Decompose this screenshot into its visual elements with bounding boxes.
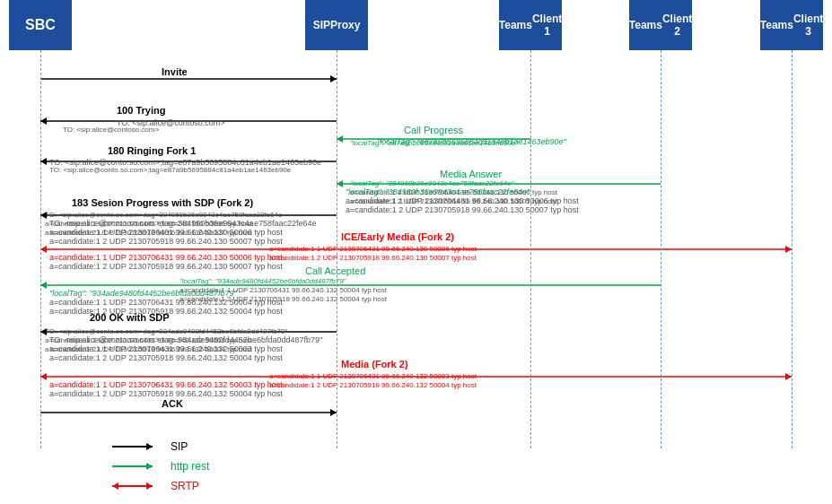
svg-text:200 OK with SDP: 200 OK with SDP (90, 312, 170, 323)
svg-text:a=candidate:1 2 UDP 2130705918: a=candidate:1 2 UDP 2130705918 99.66.240… (49, 262, 283, 271)
legend-arrow-http-legend (108, 459, 162, 474)
legend-label-sip-legend: SIP (171, 440, 188, 453)
svg-text:TO: <sip:alice@contoso.com>: TO: <sip:alice@contoso.com> (63, 126, 159, 134)
svg-text:a=candidate:1 2 UDP 2130705918: a=candidate:1 2 UDP 2130705918 99.66.240… (350, 197, 558, 205)
svg-text:a=candidate:1 1 UDP 2130706481: a=candidate:1 1 UDP 2130706481 99.66.240… (45, 220, 253, 228)
participant-teams-client-3: TeamsClient 3 (760, 0, 823, 50)
svg-text:ACK: ACK (162, 398, 183, 409)
svg-text:"localTag": "e87a9b5695884c81a: "localTag": "e87a9b5695884c81a4eb1ae1463… (350, 139, 519, 147)
svg-text:a=candidate:1 2 UDP 2130705918: a=candidate:1 2 UDP 2130705918 99.66.240… (269, 381, 477, 389)
legend-arrow-srtp-legend (108, 479, 162, 493)
svg-marker-54 (40, 328, 47, 335)
svg-marker-78 (146, 482, 153, 490)
svg-text:TO: <sip:alice@conto.so.com>;t: TO: <sip:alice@conto.so.com>;tag=934ade9… (49, 335, 322, 344)
svg-text:TO: <sip:alice@conto.so.com>;t: TO: <sip:alice@conto.so.com>;tag=e87a9b5… (49, 158, 321, 167)
legend: SIPhttp restSRTP (108, 439, 209, 493)
svg-marker-76 (146, 463, 153, 470)
svg-text:a=candidate:1 1 UDP 2130706431: a=candidate:1 1 UDP 2130706431 99.66.240… (49, 344, 283, 353)
svg-text:"localTag": "384960b36e9943c4a: "localTag": "384960b36e9943c4ae758faac22… (346, 187, 530, 196)
svg-marker-45 (40, 282, 47, 289)
svg-text:Invite: Invite (162, 66, 188, 77)
svg-text:"localTag": "934ade9480fd4452b: "localTag": "934ade9480fd4452be6bfda0dd4… (180, 277, 347, 285)
svg-text:Media (Fork 2): Media (Fork 2) (341, 359, 408, 369)
svg-text:a=candidate:1 2 UDP 2130705918: a=candidate:1 2 UDP 2130705918 99.66.240… (180, 295, 388, 303)
legend-arrow-sip-legend (108, 439, 162, 454)
svg-text:a=candidate:1 2 UDP 2130705918: a=candidate:1 2 UDP 2130705918 99.66.240… (49, 389, 283, 398)
svg-text:TO: <sip:alice@conto.so.com>;t: TO: <sip:alice@conto.so.com>;tag=e87a9b5… (49, 166, 292, 174)
svg-marker-38 (40, 246, 47, 253)
svg-text:a=candidate:1 1 UDP 2130706431: a=candidate:1 1 UDP 2130706431 99.66.240… (49, 298, 283, 307)
svg-text:"localTag": "384960b36e9943c4a: "localTag": "384960b36e9943c4ae758faac22… (350, 179, 514, 187)
participant-sip-proxy: SIPProxy (305, 0, 368, 50)
svg-text:a=candidate:1 1 UDP 2130706431: a=candidate:1 1 UDP 2130706431 99.66.240… (269, 245, 477, 253)
svg-marker-14 (40, 158, 47, 165)
svg-text:a=candidate:1 2 UDP 2130705918: a=candidate:1 2 UDP 2130705918 99.66.240… (49, 353, 283, 362)
svg-text:100 Trying: 100 Trying (117, 105, 165, 116)
svg-marker-64 (40, 373, 47, 380)
svg-text:a=candidate:1 2 UDP 2130705918: a=candidate:1 2 UDP 2130705918 99.66.240… (45, 229, 253, 237)
participant-teams-client-2: TeamsClient 2 (629, 0, 692, 50)
svg-text:ICE/Early Media (Fork 2): ICE/Early Media (Fork 2) (341, 231, 454, 242)
svg-text:a=candidate:1 1 UDP 2130706431: a=candidate:1 1 UDP 2130706431 99.66.240… (49, 380, 283, 389)
legend-item-sip-legend: SIP (108, 439, 209, 454)
svg-text:183 Sesion Progress with SDP (: 183 Sesion Progress with SDP (Fork 2) (72, 197, 253, 208)
legend-label-srtp-legend: SRTP (171, 480, 199, 492)
arrows-svg: Invite100 TryingTO: <sip:alice@contoso.c… (0, 0, 832, 504)
participant-teams-client-1: TeamsClient 1 (499, 0, 562, 50)
svg-marker-28 (40, 212, 47, 219)
svg-marker-79 (112, 482, 118, 490)
svg-text:a=candidate:1 2 UDP 2130705918: a=candidate:1 2 UDP 2130705918 99.66.240… (49, 237, 283, 246)
svg-text:a=candidate:1 2 UDP 2130705918: a=candidate:1 2 UDP 2130705918 99.66.240… (45, 345, 253, 353)
svg-text:TO: <sip:alice@contoso.com>: TO: <sip:alice@contoso.com> (117, 118, 225, 127)
svg-text:Call Progress: Call Progress (404, 125, 464, 135)
svg-marker-4 (40, 117, 47, 125)
legend-label-http-legend: http rest (171, 460, 209, 473)
svg-marker-9 (337, 135, 343, 143)
dashed-line-teams-client-1 (530, 50, 531, 448)
svg-text:"localTag": "e87a9b5695884c81a: "localTag": "e87a9b5695884c81a4eb1ae1463… (377, 137, 566, 146)
participant-sbc: SBC (9, 0, 72, 50)
svg-text:a=candidate:1 1 UDP 2130706481: a=candidate:1 1 UDP 2130706481 99.66.240… (350, 188, 558, 196)
sequence-diagram: Invite100 TryingTO: <sip:alice@contoso.c… (0, 0, 832, 504)
svg-text:a=candidate:1 2 UDP 2130705918: a=candidate:1 2 UDP 2130705918 99.66.240… (49, 307, 283, 316)
dashed-line-teams-client-2 (661, 50, 661, 448)
dashed-line-teams-client-3 (792, 50, 793, 448)
svg-text:a=candidate:1 1 UDP 2130706431: a=candidate:1 1 UDP 2130706431 99.66.240… (269, 372, 477, 380)
svg-text:a=candidate:1 2 UDP 2130705918: a=candidate:1 2 UDP 2130705918 99.66.240… (346, 205, 579, 214)
svg-text:TO: <sip:alice@conto.so.com>;t: TO: <sip:alice@conto.so.com>;tag=384960b… (49, 219, 316, 228)
legend-item-http-legend: http rest (108, 459, 209, 474)
dashed-line-sbc (40, 50, 41, 448)
svg-text:a=candidate:1 1 UDP 2130706431: a=candidate:1 1 UDP 2130706431 99.66.240… (45, 336, 253, 344)
svg-text:a=candidate:1 1 UDP 2130706431: a=candidate:1 1 UDP 2130706431 99.66.240… (49, 253, 283, 262)
svg-text:a=candidate:1 1 UDP 2130706431: a=candidate:1 1 UDP 2130706431 99.66.240… (180, 286, 388, 294)
svg-text:Media Answer: Media Answer (440, 169, 502, 179)
svg-text:TO: <sip:alice@conto.so.com>;t: TO: <sip:alice@conto.so.com>;tag=384960b… (45, 211, 283, 219)
svg-text:a=candidate:1 2 UDP 2130705918: a=candidate:1 2 UDP 2130705918 99.66.240… (269, 254, 477, 262)
legend-item-srtp-legend: SRTP (108, 479, 209, 493)
svg-text:TO: <sip:alice@conto.so.com>;t: TO: <sip:alice@conto.so.com>;tag=934ade9… (45, 327, 288, 335)
svg-text:a=candidate:1 1 UDP 2130706481: a=candidate:1 1 UDP 2130706481 99.66.240… (346, 196, 579, 205)
svg-marker-74 (146, 443, 153, 450)
svg-text:"localTag": "934ade9480fd4452b: "localTag": "934ade9480fd4452be6bfda0dd4… (49, 289, 237, 298)
svg-text:a=candidate:1 1 UDP 2130706481: a=candidate:1 1 UDP 2130706481 99.66.240… (49, 228, 283, 237)
svg-marker-19 (337, 180, 343, 187)
dashed-line-sip-proxy (337, 50, 337, 448)
svg-text:180 Ringing Fork 1: 180 Ringing Fork 1 (108, 145, 196, 156)
